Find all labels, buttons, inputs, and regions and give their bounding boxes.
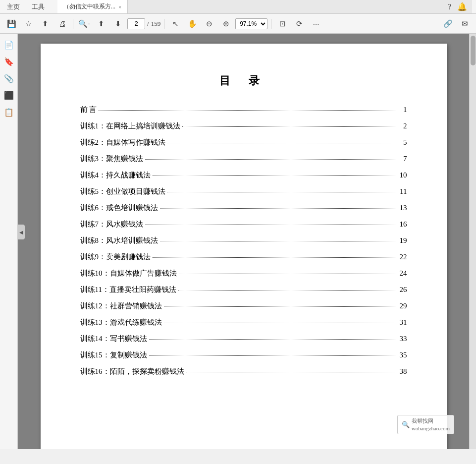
page-separator: / xyxy=(147,20,149,28)
cloud-button[interactable]: ⬆ xyxy=(38,17,53,31)
watermark-icon: 🔍 xyxy=(402,421,410,429)
bookmark-button[interactable]: ☆ xyxy=(21,17,36,31)
print-button[interactable]: 🖨 xyxy=(54,17,69,31)
toc-entry-7: 训练7：风水赚钱法16 xyxy=(80,218,407,231)
main-area: 📄 🔖 📎 ⬛ 📋 ◀ 目 录 前 言1训练1：在网络上搞培训赚钱法2训练2：自… xyxy=(0,34,476,449)
menu-home[interactable]: 主页 xyxy=(4,1,23,12)
menu-bar: 主页 工具 （勿信文中联系方... × ? 🔔 xyxy=(0,0,476,14)
sidebar-icon-bookmark[interactable]: 🔖 xyxy=(2,55,16,68)
sep1 xyxy=(73,19,73,29)
link-button[interactable]: 🔗 xyxy=(440,17,455,31)
page-title: 目 录 xyxy=(80,73,407,88)
toolbar-right: 🔗 ✉ xyxy=(440,17,472,31)
email-button[interactable]: ✉ xyxy=(457,17,472,31)
toc-label-0: 前 言 xyxy=(80,103,97,116)
toc-page-11: 26 xyxy=(397,283,407,296)
toc-label-8: 训练8：风水培训赚钱法 xyxy=(80,234,159,247)
toc-entry-16: 训练16：陌陌，探探卖粉赚钱法 38 xyxy=(80,365,407,378)
collapse-sidebar-button[interactable]: ◀ xyxy=(18,225,25,239)
toc-dots-6 xyxy=(160,208,395,209)
toc-dots-16 xyxy=(186,372,395,372)
toc-label-12: 训练12：社群营销赚钱法 xyxy=(80,299,162,313)
toc-dots-10 xyxy=(179,274,395,274)
toc-page-12: 29 xyxy=(397,299,407,313)
scrollbar[interactable] xyxy=(469,34,476,449)
sidebar-icon-layers[interactable]: ⬛ xyxy=(2,88,16,102)
zoom-plus-button[interactable]: ⊕ xyxy=(218,17,233,31)
pdf-tab[interactable]: （勿信文中联系方... × xyxy=(57,0,128,13)
toc-label-6: 训练6：戒色培训赚钱法 xyxy=(80,201,159,215)
toc-label-10: 训练10：自媒体做广告赚钱法 xyxy=(80,267,177,280)
toc-label-2: 训练2：自媒体写作赚钱法 xyxy=(80,136,166,149)
toc-entry-4: 训练4：持久战赚钱法10 xyxy=(80,169,407,182)
toc-page-13: 31 xyxy=(397,316,407,329)
toc-dots-13 xyxy=(164,323,395,323)
toc-dots-14 xyxy=(149,339,395,340)
zoom-minus-button[interactable]: ⊖ xyxy=(202,17,216,31)
toolbar: 💾 ☆ ⬆ 🖨 🔍− ⬆ ⬇ / 159 ↖ ✋ ⊖ ⊕ 97.1% 50% 7… xyxy=(0,14,476,34)
pdf-page: 目 录 前 言1训练1：在网络上搞培训赚钱法2训练2：自媒体写作赚钱法 5训练3… xyxy=(41,44,447,449)
zoom-select[interactable]: 97.1% 50% 75% 100% 125% 150% 200% xyxy=(235,18,267,29)
toc-dots-11 xyxy=(178,290,395,290)
toc-entry-5: 训练5：创业做项目赚钱法11 xyxy=(80,185,407,198)
toc-dots-2 xyxy=(167,143,395,143)
toc-label-15: 训练15：复制赚钱法 xyxy=(80,348,147,362)
toc-page-16: 38 xyxy=(397,365,407,378)
toc-dots-5 xyxy=(167,192,395,192)
rotate-button[interactable]: ⟳ xyxy=(292,17,307,31)
toc-entry-8: 训练8：风水培训赚钱法19 xyxy=(80,234,407,247)
page-nav: / 159 xyxy=(127,18,160,29)
toc-entry-2: 训练2：自媒体写作赚钱法 5 xyxy=(80,136,407,149)
toc-page-14: 33 xyxy=(397,332,407,346)
toc-page-9: 22 xyxy=(397,250,407,264)
save-button[interactable]: 💾 xyxy=(4,17,19,31)
toc-page-6: 13 xyxy=(397,201,407,215)
toc-label-4: 训练4：持久战赚钱法 xyxy=(80,169,151,182)
scroll-thumb[interactable] xyxy=(471,36,476,65)
menu-tools[interactable]: 工具 xyxy=(29,1,48,12)
toc-page-8: 19 xyxy=(397,234,407,247)
toc-label-13: 训练13：游戏代练赚钱法 xyxy=(80,316,162,329)
toc-entry-15: 训练15：复制赚钱法35 xyxy=(80,348,407,362)
toc-dots-8 xyxy=(160,241,395,241)
toc-label-7: 训练7：风水赚钱法 xyxy=(80,218,144,231)
prev-page-button[interactable]: ⬆ xyxy=(94,17,108,31)
tab-close-icon[interactable]: × xyxy=(118,4,121,10)
more-button[interactable]: ··· xyxy=(309,17,323,31)
toc-entry-12: 训练12：社群营销赚钱法29 xyxy=(80,299,407,313)
toc-dots-7 xyxy=(145,225,395,225)
toc-label-11: 训练11：直播卖壮阳药赚钱法 xyxy=(80,283,176,296)
next-page-button[interactable]: ⬇ xyxy=(110,17,125,31)
toc-entry-11: 训练11：直播卖壮阳药赚钱法26 xyxy=(80,283,407,296)
toc-entry-13: 训练13：游戏代练赚钱法31 xyxy=(80,316,407,329)
sep2 xyxy=(164,19,164,29)
toc-page-5: 11 xyxy=(397,185,407,198)
toc-dots-15 xyxy=(149,355,395,356)
toc-page-2: 5 xyxy=(397,136,407,149)
help-icon[interactable]: ? xyxy=(448,2,451,11)
toc-dots-12 xyxy=(164,306,395,307)
collapse-arrow-icon: ◀ xyxy=(19,230,23,235)
watermark-text: 我帮找网wobangzhao.com xyxy=(412,417,450,432)
toc-dots-3 xyxy=(145,159,395,160)
left-sidebar: 📄 🔖 📎 ⬛ 📋 xyxy=(0,34,18,449)
toc-dots-9 xyxy=(153,257,395,258)
toc-label-9: 训练9：卖美剧赚钱法 xyxy=(80,250,151,264)
zoom-out-button[interactable]: 🔍− xyxy=(77,17,92,31)
sidebar-icon-attachment[interactable]: 📎 xyxy=(2,71,16,85)
toc-page-1: 2 xyxy=(397,119,407,133)
page-number-input[interactable] xyxy=(127,18,145,29)
toc-dots-1 xyxy=(182,126,395,127)
toc-page-10: 24 xyxy=(397,267,407,280)
toc-page-15: 35 xyxy=(397,348,407,362)
bell-icon[interactable]: 🔔 xyxy=(457,2,467,11)
sep3 xyxy=(271,19,271,29)
sidebar-icon-comments[interactable]: 📋 xyxy=(2,105,16,119)
toc-label-14: 训练14：写书赚钱法 xyxy=(80,332,147,346)
hand-tool-button[interactable]: ✋ xyxy=(185,17,200,31)
fit-button[interactable]: ⊡ xyxy=(275,17,290,31)
select-tool-button[interactable]: ↖ xyxy=(168,17,183,31)
sidebar-icon-page[interactable]: 📄 xyxy=(2,38,16,52)
toc-label-1: 训练1：在网络上搞培训赚钱法 xyxy=(80,119,181,133)
toc-entry-14: 训练14：写书赚钱法33 xyxy=(80,332,407,346)
